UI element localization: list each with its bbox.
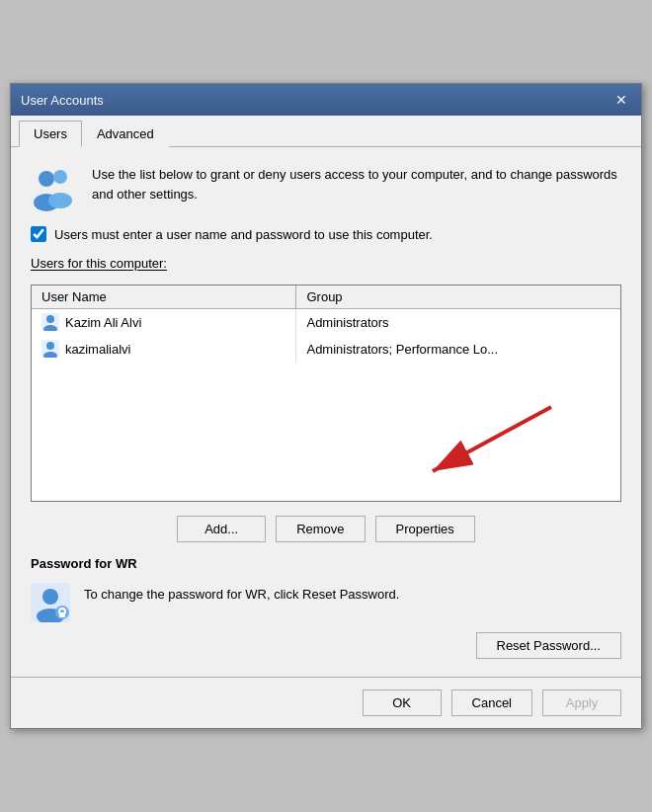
users-icon (31, 165, 78, 212)
apply-button[interactable]: Apply (542, 690, 621, 716)
svg-point-13 (42, 589, 58, 605)
ok-button[interactable]: OK (363, 690, 442, 716)
cancel-button[interactable]: Cancel (451, 690, 532, 716)
svg-point-8 (46, 342, 54, 350)
svg-point-0 (39, 171, 54, 187)
password-section: Password for WR To change the password f… (31, 556, 621, 659)
title-bar: User Accounts ✕ (11, 84, 641, 116)
col-group: Group (296, 285, 620, 309)
require-password-checkbox[interactable] (31, 226, 46, 242)
table-row[interactable]: Kazim Ali Alvi Administrators (32, 309, 620, 336)
svg-point-2 (53, 170, 67, 184)
table-row[interactable]: kazimalialvi Administrators; Performance… (32, 336, 620, 363)
window-title: User Accounts (21, 93, 104, 108)
tab-users[interactable]: Users (19, 121, 82, 147)
user-group-cell: Administrators (296, 309, 620, 336)
info-text: Use the list below to grant or deny user… (92, 165, 621, 203)
user-group-cell: Administrators; Performance Lo... (296, 336, 620, 363)
red-arrow-icon (403, 397, 561, 486)
info-row: Use the list below to grant or deny user… (31, 165, 621, 212)
svg-line-11 (433, 407, 551, 471)
user-accounts-dialog: User Accounts ✕ Users Advanced Use the l… (10, 83, 642, 729)
user-name-cell: kazimalialvi (32, 336, 296, 363)
password-row: To change the password for WR, click Res… (31, 583, 621, 622)
remove-button[interactable]: Remove (276, 516, 365, 542)
user-mini-icon (41, 313, 59, 331)
password-title: Password for WR (31, 556, 621, 571)
properties-button[interactable]: Properties (375, 516, 475, 542)
checkbox-label: Users must enter a user name and passwor… (54, 227, 433, 242)
close-button[interactable]: ✕ (611, 90, 631, 110)
tab-advanced[interactable]: Advanced (82, 121, 169, 147)
svg-point-5 (46, 315, 54, 323)
table-buttons: Add... Remove Properties (31, 516, 621, 542)
user-mini-icon (41, 340, 59, 358)
dialog-footer: OK Cancel Apply (11, 677, 641, 728)
password-text: To change the password for WR, click Res… (84, 583, 621, 602)
add-button[interactable]: Add... (177, 516, 266, 542)
reset-password-button[interactable]: Reset Password... (476, 632, 622, 659)
checkbox-row: Users must enter a user name and passwor… (31, 226, 621, 242)
tab-bar: Users Advanced (11, 116, 641, 147)
users-section-label: Users for this computer: (31, 256, 621, 271)
tab-content: Use the list below to grant or deny user… (11, 147, 641, 677)
svg-point-3 (48, 193, 72, 208)
users-table: User Name Group (32, 285, 620, 363)
reset-password-btn-row: Reset Password... (31, 632, 621, 659)
password-user-icon (31, 583, 70, 622)
col-username: User Name (32, 285, 296, 309)
user-name-cell: Kazim Ali Alvi (32, 309, 296, 336)
users-table-container: User Name Group (31, 284, 621, 502)
